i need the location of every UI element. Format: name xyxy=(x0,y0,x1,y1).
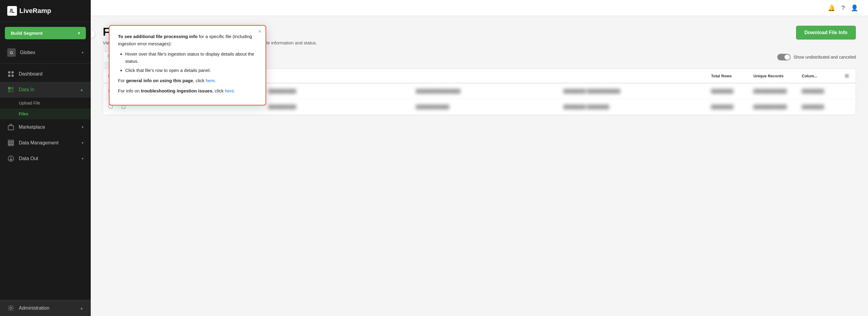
download-file-info-button[interactable]: Download File Info xyxy=(796,26,856,40)
sidebar-item-data-in[interactable]: Data In ▲ xyxy=(0,82,91,98)
sidebar-dashboard-label: Dashboard xyxy=(19,71,84,77)
th-columns: Colum... xyxy=(799,69,841,83)
sidebar-item-administration[interactable]: Administration ▲ xyxy=(0,300,91,316)
nav-bottom: Administration ▲ xyxy=(0,300,91,316)
data-in-icon xyxy=(7,86,14,93)
data-management-arrow: ▾ xyxy=(82,141,84,145)
row1-actions xyxy=(841,87,853,96)
data-management-icon xyxy=(7,139,14,146)
tooltip-general-end: . xyxy=(215,78,216,83)
sidebar: /L LiveRamp Build Segment ▾ G Globex ▾ D… xyxy=(0,0,91,316)
th-total-rows: Total Rows xyxy=(708,69,750,83)
main-content: 🔔 ? 👤 ‹ Files ? View information and sta… xyxy=(91,0,868,316)
tooltip-general-text: For xyxy=(118,78,126,83)
org-arrow: ▾ xyxy=(82,50,84,55)
sidebar-item-marketplace[interactable]: Marketplace ▾ xyxy=(0,119,91,135)
row2-total-rows: ████████ xyxy=(708,100,750,113)
row1-col2: ██████████ xyxy=(265,84,413,98)
row1-unique-records: ████████████ xyxy=(750,84,799,98)
tooltip-troubleshoot-bold: troubleshooting ingestion issues xyxy=(141,88,212,93)
data-out-arrow: ▾ xyxy=(82,156,84,161)
svg-rect-11 xyxy=(8,144,13,146)
administration-arrow: ▲ xyxy=(80,306,84,310)
sidebar-data-out-label: Data Out xyxy=(19,156,78,161)
tooltip-popup: × To see additional file processing info… xyxy=(109,25,266,105)
svg-point-14 xyxy=(846,75,848,77)
build-segment-button[interactable]: Build Segment ▾ xyxy=(5,27,86,39)
sidebar-item-globex[interactable]: G Globex ▾ xyxy=(0,44,91,61)
tooltip-close-button[interactable]: × xyxy=(258,29,261,34)
build-segment-arrow: ▾ xyxy=(78,31,80,35)
sidebar-item-data-out[interactable]: Data Out ▾ xyxy=(0,151,91,167)
th-col2 xyxy=(265,69,413,83)
data-in-arrow: ▲ xyxy=(80,87,84,92)
notifications-icon[interactable]: 🔔 xyxy=(828,4,835,11)
tooltip-general-mid: , click xyxy=(193,78,206,83)
sidebar-marketplace-label: Marketplace xyxy=(19,125,78,130)
tooltip-intro: To see additional file processing info f… xyxy=(118,33,257,47)
marketplace-icon xyxy=(7,124,14,131)
svg-rect-6 xyxy=(8,90,10,93)
row1-total-rows: ████████ xyxy=(708,84,750,98)
row1-col4: ████████ ████████████ xyxy=(560,84,708,98)
sidebar-collapse-button[interactable]: ‹ xyxy=(91,30,95,38)
svg-point-13 xyxy=(10,307,12,309)
svg-rect-2 xyxy=(8,75,10,77)
tooltip-bullets: Hover over that file's ingestion status … xyxy=(125,50,257,74)
row2-actions xyxy=(841,103,853,111)
row2-columns: ████████ xyxy=(799,100,841,113)
svg-rect-0 xyxy=(8,71,10,73)
tooltip-troubleshoot-link[interactable]: here xyxy=(225,88,234,93)
svg-rect-3 xyxy=(11,75,13,77)
help-icon[interactable]: ? xyxy=(841,4,845,11)
brand-name: LiveRamp xyxy=(19,7,51,15)
sidebar-header: /L LiveRamp xyxy=(0,0,91,22)
row2-col4: ████████ ████████ xyxy=(560,100,708,113)
data-out-icon xyxy=(7,155,14,162)
row1-col3: ████████████████ xyxy=(413,84,560,98)
sidebar-data-in-label: Data In xyxy=(19,87,75,93)
marketplace-arrow: ▾ xyxy=(82,125,84,129)
svg-rect-1 xyxy=(11,71,13,73)
svg-rect-7 xyxy=(11,90,13,93)
sidebar-subitem-upload-file[interactable]: Upload File xyxy=(0,98,91,108)
toggle-area: Show undistributed and canceled xyxy=(777,54,856,61)
logo-icon: /L xyxy=(7,6,17,16)
row2-unique-records: ████████████ xyxy=(750,100,799,113)
tooltip-troubleshoot-mid: , click xyxy=(212,88,225,93)
row2-col2: ██████████ xyxy=(265,100,413,113)
tooltip-general-link[interactable]: here xyxy=(206,78,215,83)
toggle-label: Show undistributed and canceled xyxy=(794,55,856,60)
tooltip-general-info: For general info on using this page, cli… xyxy=(118,77,257,84)
settings-icon xyxy=(844,73,849,78)
th-unique-records: Unique Records xyxy=(750,69,799,83)
org-label: Globex xyxy=(20,50,78,55)
page-container: ‹ Files ? View information and status fo… xyxy=(91,16,868,316)
nav-section: G Globex ▾ Dashboard Data In ▲ Upload Fi… xyxy=(0,44,91,300)
sidebar-data-management-label: Data Management xyxy=(19,140,78,146)
tooltip-general-bold: general info on using this page xyxy=(126,78,193,83)
build-segment-label: Build Segment xyxy=(11,31,43,36)
user-icon[interactable]: 👤 xyxy=(851,4,858,11)
sidebar-item-data-management[interactable]: Data Management ▾ xyxy=(0,135,91,151)
tooltip-troubleshoot-end: . xyxy=(234,88,235,93)
svg-rect-8 xyxy=(8,126,13,130)
sidebar-subitem-files[interactable]: Files xyxy=(0,108,91,119)
svg-rect-9 xyxy=(8,140,13,142)
administration-icon xyxy=(7,305,14,312)
brand-logo: /L LiveRamp xyxy=(7,6,51,16)
undistributed-toggle[interactable] xyxy=(777,54,790,61)
org-icon: G xyxy=(7,48,16,57)
th-col3 xyxy=(413,69,560,83)
tooltip-bullet-2: Click that file's row to open a details … xyxy=(125,67,257,74)
tooltip-bullet-1: Hover over that file's ingestion status … xyxy=(125,50,257,65)
tooltip-troubleshoot-text: For info on xyxy=(118,88,141,93)
svg-rect-4 xyxy=(8,87,10,90)
th-settings[interactable] xyxy=(841,69,853,83)
th-col4 xyxy=(560,69,708,83)
svg-rect-5 xyxy=(11,87,13,90)
dashboard-icon xyxy=(7,70,14,78)
row1-columns: ████████ xyxy=(799,84,841,98)
sidebar-item-dashboard[interactable]: Dashboard xyxy=(0,66,91,82)
row2-col3: ████████████ xyxy=(413,100,560,113)
